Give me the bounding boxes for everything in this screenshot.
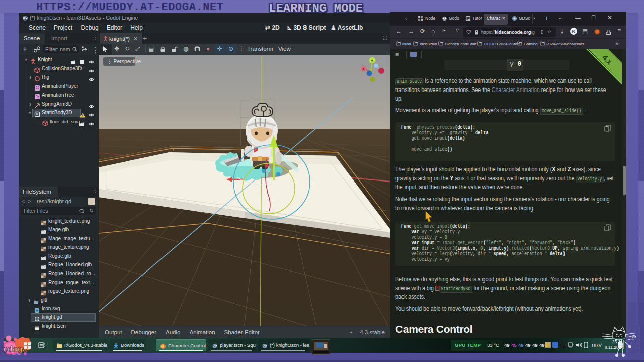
svg-text:⋮ Perspective: ⋮ Perspective xyxy=(107,58,141,64)
svg-text:X: X xyxy=(362,67,365,71)
svg-text:ed: ed xyxy=(3,345,13,353)
svg-text:Y: Y xyxy=(371,59,374,63)
